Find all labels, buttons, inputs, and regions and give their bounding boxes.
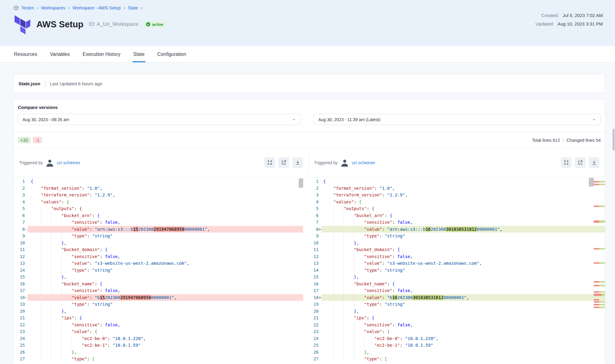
code-line: 16"bucket_name": { bbox=[313, 281, 605, 287]
line-number: 10 bbox=[313, 240, 321, 247]
line-number: 15 bbox=[14, 274, 28, 281]
line-number: 27 bbox=[313, 355, 321, 362]
diff-stats-row: +32 -1 Total lines 612 Changed lines 54 bbox=[14, 132, 605, 148]
total-lines: Total lines 612 bbox=[532, 138, 560, 143]
created-value: Jul 5, 2023 7:02 AM bbox=[562, 13, 603, 18]
breadcrumb-link-workspaces[interactable]: Workspaces bbox=[41, 5, 66, 10]
version-select-right[interactable]: Aug 30, 2023 - 11:39 am (Latest) bbox=[314, 114, 601, 125]
tab-configuration[interactable]: Configuration bbox=[157, 46, 186, 62]
updated-value: Aug 10, 2023 3:31 PM bbox=[558, 21, 603, 26]
code-line: 20}, bbox=[313, 308, 605, 315]
diff-panel-left: 1{2"format_version": "1.0",3"terraform_v… bbox=[14, 177, 303, 364]
version-select-left-value: Aug 30, 2023 - 09:26 am bbox=[22, 117, 69, 122]
breadcrumb-link-testim[interactable]: Testim bbox=[21, 5, 34, 10]
line-number: 27 bbox=[14, 355, 28, 362]
file-bar: State.json Last Updated 6 hours ago bbox=[13, 74, 605, 93]
code-line: 23"value": { bbox=[313, 328, 605, 335]
triggered-row: Triggered by uri scheiner bbox=[14, 148, 605, 177]
line-number: 24 bbox=[313, 335, 321, 342]
code-line: 14"type": "string" bbox=[14, 267, 303, 274]
code-line: 1{ bbox=[14, 178, 303, 185]
diff-ruler-mark bbox=[594, 307, 605, 308]
check-circle-icon bbox=[146, 22, 150, 26]
diff-ruler-mark bbox=[594, 291, 605, 293]
line-number: 7 bbox=[313, 219, 321, 226]
line-number: 15 bbox=[313, 274, 321, 281]
line-number: 26 bbox=[14, 349, 28, 356]
code-line: 14"type": "string" bbox=[313, 267, 605, 274]
changed-lines: Changed lines 54 bbox=[566, 138, 601, 143]
code-line: 27"type": [ bbox=[313, 355, 605, 362]
code-line: 6"bucket_arn": { bbox=[14, 212, 303, 219]
workspace-id: ID: A_Uri_Workspace bbox=[89, 21, 138, 27]
scrollbar-thumb[interactable] bbox=[589, 178, 594, 186]
code-line: 22"sensitive": false, bbox=[313, 321, 605, 328]
code-line: 18-"value": "b15202308291947068958000000… bbox=[14, 294, 303, 301]
line-number: 23 bbox=[313, 328, 321, 335]
breadcrumb-link-workspace[interactable]: Workspace - AWS Setup bbox=[73, 5, 121, 10]
line-number: 25 bbox=[14, 342, 28, 349]
breadcrumb-link-state[interactable]: State bbox=[128, 5, 138, 10]
code-line: 26}, bbox=[14, 349, 303, 356]
line-number: 22 bbox=[313, 321, 321, 328]
page-scrollbar-thumb[interactable] bbox=[613, 129, 615, 151]
triggered-user-link[interactable]: uri scheiner bbox=[352, 160, 375, 165]
code-line: 24"ec2-be-0": "10.0.1.220", bbox=[14, 335, 303, 342]
divider bbox=[563, 138, 563, 143]
avatar bbox=[341, 159, 349, 167]
expand-button[interactable] bbox=[264, 157, 275, 168]
tab-resources[interactable]: Resources bbox=[14, 46, 37, 62]
open-external-button[interactable] bbox=[278, 157, 289, 168]
download-button[interactable] bbox=[589, 157, 600, 168]
code-line: 3"terraform_version": "1.2.9", bbox=[14, 192, 303, 199]
diff-ruler-mark bbox=[594, 220, 605, 223]
version-select-right-value: Aug 30, 2023 - 11:39 am (Latest) bbox=[318, 117, 380, 122]
diff-ruler-mark bbox=[594, 285, 605, 286]
chevron-right-icon: > bbox=[141, 6, 143, 10]
version-select-left[interactable]: Aug 30, 2023 - 09:26 am bbox=[18, 114, 301, 125]
line-number: 6 bbox=[313, 212, 321, 219]
line-number: 20 bbox=[313, 308, 321, 315]
diff-ruler-mark bbox=[594, 294, 605, 296]
page-header: Testim > Workspaces > Workspace - AWS Se… bbox=[0, 0, 615, 46]
updated-label: Updated: bbox=[535, 21, 554, 26]
line-number: 3 bbox=[313, 192, 321, 199]
line-number: 26 bbox=[313, 349, 321, 356]
tab-state[interactable]: State bbox=[133, 46, 145, 62]
code-line: 13"value": "s3-website-us-west-2.amazona… bbox=[313, 260, 605, 267]
code-line: 9"type": "string" bbox=[14, 233, 303, 240]
code-line: 17"sensitive": false, bbox=[14, 287, 303, 294]
code-line: 7"sensitive": false, bbox=[313, 219, 605, 226]
line-number: 14 bbox=[14, 267, 28, 274]
code-line: 5"outputs": { bbox=[313, 205, 605, 212]
open-external-button[interactable] bbox=[575, 157, 586, 168]
code-line: 17"sensitive": false, bbox=[313, 287, 605, 294]
code-line: 16"bucket_name": { bbox=[14, 281, 303, 287]
code-line: 8+"value": "arn:aws:s3:::b16202308301838… bbox=[313, 226, 605, 233]
line-number: 21 bbox=[14, 315, 28, 321]
tab-execution-history[interactable]: Execution History bbox=[83, 46, 121, 62]
tab-variables[interactable]: Variables bbox=[50, 46, 70, 62]
line-number: 19 bbox=[313, 301, 321, 308]
deletions-badge: -1 bbox=[33, 137, 42, 143]
code-line: 8-"value": "arn:aws:s3:::b15202308291947… bbox=[14, 226, 303, 233]
code-line: 10}, bbox=[313, 240, 605, 247]
diff-ruler-mark bbox=[594, 299, 599, 301]
line-number: 2 bbox=[14, 185, 28, 192]
code-line: 7"sensitive": false, bbox=[14, 219, 303, 226]
divider bbox=[309, 152, 309, 173]
triggered-user-link[interactable]: uri scheiner bbox=[57, 160, 80, 165]
code-line: 21"ips": { bbox=[14, 315, 303, 321]
triggered-by-label: Triggered by bbox=[19, 160, 43, 165]
diff-ruler-mark bbox=[594, 184, 605, 185]
download-button[interactable] bbox=[292, 157, 303, 168]
code-line: 2"format_version": "1.0", bbox=[14, 185, 303, 192]
code-line: 19"type": "string" bbox=[14, 301, 303, 308]
code-line: 26}, bbox=[313, 349, 605, 356]
created-label: Created: bbox=[542, 13, 559, 18]
expand-button[interactable] bbox=[561, 157, 572, 168]
diff-ruler-mark bbox=[594, 248, 605, 250]
code-line: 15}, bbox=[313, 274, 605, 281]
line-number: 5 bbox=[313, 205, 321, 212]
scrollbar-thumb[interactable] bbox=[299, 179, 303, 188]
